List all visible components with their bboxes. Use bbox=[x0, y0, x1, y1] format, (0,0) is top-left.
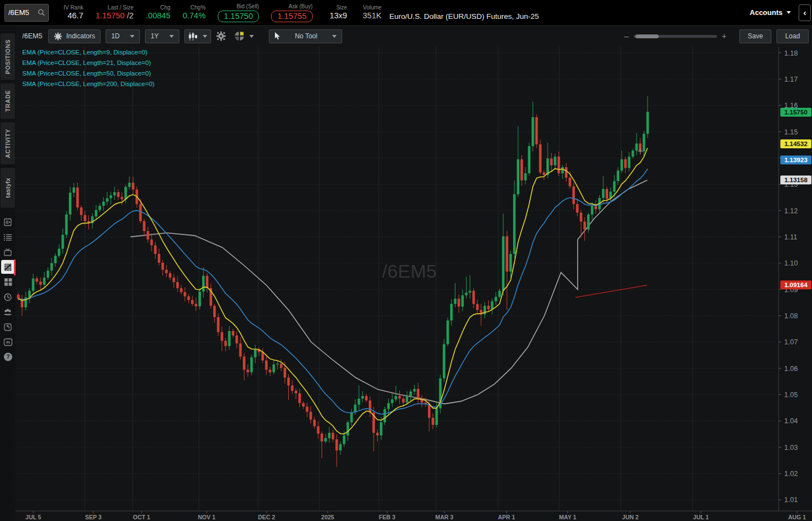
svg-text:1.01: 1.01 bbox=[784, 496, 798, 504]
chevron-down-icon bbox=[786, 11, 791, 14]
timeframe-dropdown[interactable]: 1D bbox=[106, 29, 140, 43]
range-dropdown[interactable]: 1Y bbox=[145, 29, 179, 43]
svg-text:1.06: 1.06 bbox=[784, 365, 798, 373]
field-value: 46.7 bbox=[68, 11, 83, 21]
svg-text:1.02: 1.02 bbox=[784, 470, 798, 478]
indicator-label-ema9[interactable]: EMA (Price=CLOSE, Length=9, Displace=0) bbox=[22, 47, 154, 58]
journal-icon[interactable] bbox=[0, 214, 16, 229]
field-label: Bid (Sell) bbox=[237, 3, 259, 10]
indicator-label-sma50[interactable]: SMA (Price=CLOSE, Length=50, Displace=0) bbox=[22, 68, 154, 79]
svg-text:1.08: 1.08 bbox=[784, 312, 798, 320]
tool-value: No Tool bbox=[295, 32, 317, 40]
chevron-down-icon bbox=[332, 35, 337, 38]
range-value: 1Y bbox=[151, 32, 159, 40]
field-bid: Bid (Sell) 1.15750 bbox=[218, 3, 259, 22]
left-sidebar: POSITIONS TRADE ACTIVITY tastyfx bbox=[0, 26, 16, 521]
quote-bar: IV Rank 46.7 Last / Size 1.15750 /2 Chg … bbox=[0, 0, 812, 26]
svg-text:2025: 2025 bbox=[321, 514, 334, 520]
chevron-down-icon bbox=[169, 35, 174, 38]
field-value: 351K bbox=[363, 11, 382, 21]
sidebar-tab-activity[interactable]: ACTIVITY bbox=[1, 122, 15, 164]
chart-icon[interactable] bbox=[0, 259, 16, 274]
svg-text:FI: FI bbox=[6, 340, 10, 345]
sidebar-tab-tastyfx[interactable]: tastyfx bbox=[1, 168, 15, 208]
chart-symbol-label: /6EM5 bbox=[22, 32, 42, 40]
svg-text:1.11: 1.11 bbox=[784, 233, 797, 241]
svg-text:AUG 1: AUG 1 bbox=[788, 514, 806, 520]
svg-text:1.18: 1.18 bbox=[784, 49, 798, 57]
svg-text:1.14: 1.14 bbox=[784, 154, 798, 162]
tab-label: POSITIONS bbox=[4, 34, 11, 80]
settings-gear-icon[interactable] bbox=[216, 31, 226, 41]
zoom-slider[interactable] bbox=[634, 35, 717, 38]
field-label: Volume bbox=[363, 4, 382, 11]
bid-button[interactable]: 1.15750 bbox=[218, 11, 259, 22]
social-icon[interactable] bbox=[0, 304, 16, 319]
zoom-out-button[interactable]: – bbox=[624, 32, 629, 41]
svg-text:1.03: 1.03 bbox=[784, 444, 798, 452]
tab-label: ACTIVITY bbox=[4, 123, 11, 164]
tv-icon[interactable] bbox=[0, 244, 16, 259]
drawing-tool-dropdown[interactable]: No Tool bbox=[269, 29, 342, 43]
timeframe-value: 1D bbox=[111, 32, 119, 40]
svg-text:1.12: 1.12 bbox=[784, 207, 798, 215]
tab-label: TRADE bbox=[4, 84, 11, 117]
svg-text:1.13: 1.13 bbox=[784, 181, 798, 188]
field-value: 13x9 bbox=[329, 11, 347, 21]
load-button[interactable]: Load bbox=[776, 29, 809, 43]
svg-text:APR 1: APR 1 bbox=[498, 514, 515, 520]
field-value: 0.74% bbox=[183, 11, 205, 21]
load-label: Load bbox=[785, 32, 800, 40]
indicator-label-sma200[interactable]: SMA (Price=CLOSE, Length=200, Displace=0… bbox=[22, 79, 154, 89]
svg-text:DEC 2: DEC 2 bbox=[258, 514, 275, 520]
save-button[interactable]: Save bbox=[739, 29, 771, 43]
svg-text:1.09: 1.09 bbox=[784, 286, 798, 294]
chart-type-dropdown[interactable] bbox=[184, 29, 211, 43]
fi-icon[interactable]: FI bbox=[0, 334, 16, 349]
quadrant-icon bbox=[234, 31, 244, 41]
help-icon[interactable]: ? bbox=[0, 349, 16, 364]
candlestick-plot[interactable]: 1.011.021.031.041.051.061.071.081.091.10… bbox=[16, 47, 812, 521]
field-label: Ask (Buy) bbox=[289, 3, 313, 10]
replay-icon[interactable] bbox=[0, 319, 16, 334]
indicators-button[interactable]: Indicators bbox=[48, 29, 101, 43]
field-chg-pct: Chg% 0.74% bbox=[183, 4, 205, 21]
sidebar-tab-trade[interactable]: TRADE bbox=[1, 83, 15, 119]
svg-text:JUL 1: JUL 1 bbox=[693, 514, 709, 520]
grid-icon[interactable] bbox=[0, 274, 16, 289]
last-size: /2 bbox=[124, 11, 133, 20]
svg-text:1.16: 1.16 bbox=[784, 102, 798, 109]
svg-text:1.04: 1.04 bbox=[784, 417, 798, 425]
svg-text:MAY 1: MAY 1 bbox=[559, 514, 577, 520]
zoom-in-button[interactable]: + bbox=[722, 32, 726, 41]
svg-text:JUL 5: JUL 5 bbox=[26, 514, 42, 520]
svg-text:1.15: 1.15 bbox=[784, 128, 798, 136]
svg-text:1.10: 1.10 bbox=[784, 259, 798, 267]
field-label: IV Rank bbox=[63, 4, 83, 11]
svg-text:/6EM5: /6EM5 bbox=[382, 260, 437, 282]
svg-text:NOV 1: NOV 1 bbox=[198, 514, 215, 520]
zoom-slider-handle[interactable] bbox=[635, 34, 659, 38]
layout-grid-dropdown[interactable] bbox=[231, 29, 257, 43]
svg-text:JUN 2: JUN 2 bbox=[622, 514, 639, 520]
svg-text:FEB 3: FEB 3 bbox=[379, 514, 395, 520]
field-label: Size bbox=[336, 4, 347, 11]
chart-area[interactable]: EMA (Price=CLOSE, Length=9, Displace=0) … bbox=[16, 47, 812, 521]
field-volume: Volume 351K bbox=[359, 4, 382, 21]
symbol-search-box[interactable] bbox=[4, 4, 49, 22]
chevron-down-icon bbox=[203, 35, 207, 38]
symbol-input[interactable] bbox=[8, 8, 38, 17]
accounts-menu[interactable]: Accounts bbox=[750, 8, 791, 17]
field-iv-rank: IV Rank 46.7 bbox=[61, 4, 83, 21]
field-size: Size 13x9 bbox=[325, 4, 347, 21]
indicator-label-ema21[interactable]: EMA (Price=CLOSE, Length=21, Displace=0) bbox=[22, 58, 154, 68]
history-icon[interactable] bbox=[0, 289, 16, 304]
watchlist-icon[interactable] bbox=[0, 229, 16, 244]
collapse-panel-button[interactable]: ‹ bbox=[799, 4, 811, 21]
chevron-down-icon bbox=[249, 35, 254, 38]
sidebar-tab-positions[interactable]: POSITIONS bbox=[1, 33, 15, 80]
ask-button[interactable]: 1.15755 bbox=[271, 11, 312, 22]
field-label: Last / Size bbox=[108, 4, 134, 11]
field-label: Chg% bbox=[191, 4, 205, 11]
last-price: 1.15750 bbox=[96, 11, 124, 20]
